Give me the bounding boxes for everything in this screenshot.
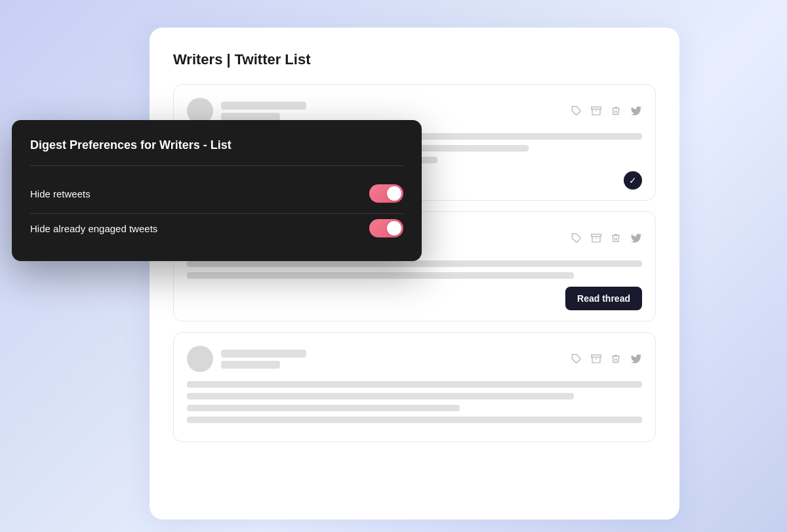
archive-icon[interactable]	[591, 106, 601, 116]
tweet-actions	[571, 232, 642, 244]
popup-divider	[30, 165, 403, 166]
skeleton-name	[221, 350, 306, 358]
read-thread-button[interactable]: Read thread	[565, 287, 642, 310]
tweet-actions	[571, 353, 642, 365]
skeleton-line	[187, 381, 642, 388]
user-info	[221, 102, 306, 121]
hide-engaged-label: Hide already engaged tweets	[30, 223, 157, 234]
tweet-footer: Read thread	[187, 287, 642, 310]
delete-icon[interactable]	[611, 106, 621, 116]
twitter-icon[interactable]	[630, 232, 642, 244]
delete-icon[interactable]	[611, 233, 621, 243]
tweet-card	[173, 332, 656, 442]
tweet-content	[187, 381, 642, 423]
skeleton-line	[187, 260, 642, 267]
tweet-content	[187, 260, 642, 279]
skeleton-name	[221, 102, 306, 110]
tag-icon[interactable]	[571, 106, 582, 116]
page-title: Writers | Twitter List	[173, 51, 656, 68]
hide-retweets-label: Hide retweets	[30, 188, 91, 199]
user-info	[221, 350, 306, 369]
hide-retweets-toggle[interactable]	[369, 184, 403, 203]
tweet-user	[187, 346, 306, 372]
tag-icon[interactable]	[571, 233, 582, 243]
delete-icon[interactable]	[611, 354, 621, 364]
svg-rect-7	[592, 355, 601, 357]
hide-engaged-row: Hide already engaged tweets	[30, 213, 403, 243]
twitter-icon[interactable]	[630, 105, 642, 117]
tweet-actions	[571, 105, 642, 117]
toggle-slider	[369, 184, 403, 203]
popup-title: Digest Preferences for Writers - List	[30, 138, 403, 152]
skeleton-line	[187, 405, 460, 411]
skeleton-handle	[221, 361, 280, 369]
main-card: Writers | Twitter List	[150, 28, 679, 520]
avatar	[187, 346, 213, 372]
tag-icon[interactable]	[571, 354, 582, 364]
skeleton-handle	[221, 113, 280, 121]
digest-preferences-popup: Digest Preferences for Writers - List Hi…	[12, 120, 422, 261]
archive-icon[interactable]	[591, 354, 601, 364]
svg-rect-4	[592, 234, 601, 236]
archive-icon[interactable]	[591, 233, 601, 243]
hide-engaged-toggle[interactable]	[369, 219, 403, 237]
tweet-header	[187, 346, 642, 372]
svg-rect-1	[592, 107, 601, 109]
twitter-icon[interactable]	[630, 353, 642, 365]
check-icon: ✓	[624, 171, 642, 190]
skeleton-line	[187, 393, 574, 399]
hide-retweets-row: Hide retweets	[30, 179, 403, 208]
skeleton-line	[187, 417, 642, 423]
toggle-slider	[369, 219, 403, 237]
skeleton-line	[187, 272, 574, 279]
